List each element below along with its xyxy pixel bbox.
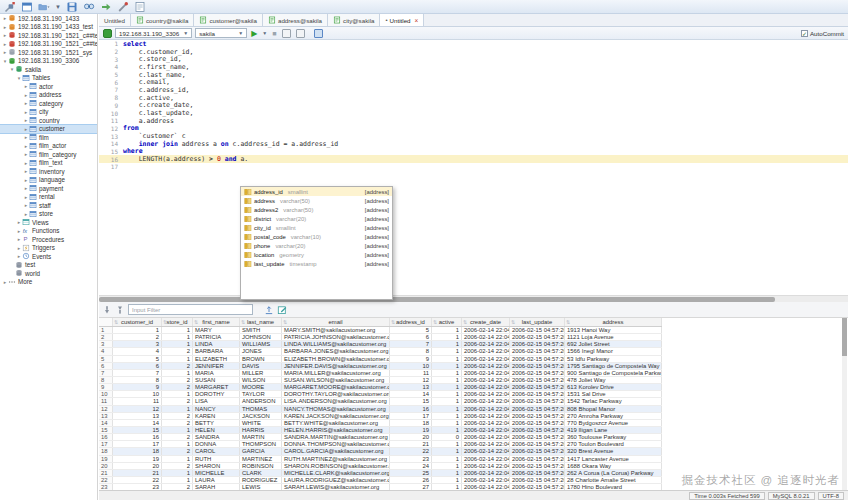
cell-address[interactable]: 262 A Corua (La Corua) Parkway (565, 470, 662, 476)
cell-customer_id[interactable]: 7 (113, 370, 162, 376)
table-row[interactable]: 882SUSANWILSONSUSAN.WILSON@sakilacustome… (99, 377, 662, 384)
cell-last_update[interactable]: 2006-02-15 04:57:20 (510, 427, 565, 433)
table-row[interactable]: 992MARGARETMOOREMARGARET.MOORE@sakilacus… (99, 384, 662, 391)
cell-address[interactable]: 1795 Santiago de Compostela Way (565, 363, 662, 369)
table-row[interactable]: 17171DONNATHOMPSONDONNA.THOMPSON@sakilac… (99, 441, 662, 448)
cell-create_date[interactable]: 2006-02-14 22:04:36 (462, 413, 510, 419)
cell-first_name[interactable]: SARAH (193, 484, 240, 490)
cell-last_name[interactable]: WHITE (240, 420, 282, 426)
cell-first_name[interactable]: HELEN (193, 427, 240, 433)
cell-active[interactable]: 1 (432, 334, 462, 340)
cell-customer_id[interactable]: 23 (113, 484, 162, 490)
cell-active[interactable]: 1 (432, 477, 462, 483)
cell-address[interactable]: 270 Amroha Parkway (565, 413, 662, 419)
cell-customer_id[interactable]: 21 (113, 470, 162, 476)
table-row[interactable]: 22221LAURARODRIGUEZLAURA.RODRIGUEZ@sakil… (99, 477, 662, 484)
cell-active[interactable]: 1 (432, 348, 462, 354)
cell-address_id[interactable]: 9 (390, 356, 432, 362)
cell-store_id[interactable]: 2 (162, 348, 193, 354)
column-header-first_name[interactable]: ⇅first_name (193, 318, 240, 326)
cell-email[interactable]: LAURA.RODRIGUEZ@sakilacustomer.org (282, 477, 390, 483)
autocommit-checkbox[interactable]: ✓ AutoCommit (801, 30, 844, 37)
cell-customer_id[interactable]: 2 (113, 334, 162, 340)
tree-item-actor[interactable]: ▸actor (0, 82, 97, 91)
table-row[interactable]: 23232SARAHLEWISSARAH.LEWIS@sakilacustome… (99, 484, 662, 490)
cell-email[interactable]: LINDA.WILLIAMS@sakilacustomer.org (282, 341, 390, 347)
editor-line-14[interactable]: 14 inner join address a on c.address_id … (99, 140, 848, 148)
cell-store_id[interactable]: 2 (162, 463, 193, 469)
cell-last_name[interactable]: JOHNSON (240, 334, 282, 340)
tree-item-category[interactable]: ▸category (0, 99, 97, 108)
cell-address[interactable]: 360 Toulouse Parkway (565, 434, 662, 440)
cell-last_name[interactable]: DAVIS (240, 363, 282, 369)
cell-address_id[interactable]: 10 (390, 363, 432, 369)
cell-address_id[interactable]: 22 (390, 448, 432, 454)
cell-create_date[interactable]: 2006-02-14 22:04:36 (462, 441, 510, 447)
cell-email[interactable]: ELIZABETH.BROWN@sakilacustomer.org (282, 356, 390, 362)
tab-untitled[interactable]: Untitled (99, 14, 131, 26)
run-query-button[interactable]: ▶ (250, 28, 258, 39)
cell-email[interactable]: JENNIFER.DAVIS@sakilacustomer.org (282, 363, 390, 369)
tree-item-sakila[interactable]: ▾sakila (0, 65, 97, 74)
cell-last_update[interactable]: 2006-02-15 04:57:20 (510, 448, 565, 454)
cell-create_date[interactable]: 2006-02-14 22:04:36 (462, 477, 510, 483)
cell-last_name[interactable]: THOMPSON (240, 441, 282, 447)
cell-last_update[interactable]: 2006-02-15 04:57:20 (510, 441, 565, 447)
cell-address_id[interactable]: 23 (390, 456, 432, 462)
cell-active[interactable]: 1 (432, 420, 462, 426)
cell-customer_id[interactable]: 11 (113, 398, 162, 404)
table-row[interactable]: 442BARBARAJONESBARBARA.JONES@sakilacusto… (99, 348, 662, 355)
tree-item-Tables[interactable]: ▾Tables (0, 74, 97, 83)
cell-last_name[interactable]: MARTIN (240, 434, 282, 440)
tree-item-Triggers[interactable]: ▸Triggers (0, 244, 97, 253)
cell-active[interactable]: 1 (432, 327, 462, 333)
cell-last_name[interactable]: MARTINEZ (240, 456, 282, 462)
cell-address_id[interactable]: 26 (390, 477, 432, 483)
editor-line-2[interactable]: 2 c.customer_id, (99, 48, 848, 56)
cell-address[interactable]: 1531 Sal Drive (565, 391, 662, 397)
cell-store_id[interactable]: 2 (162, 377, 193, 383)
database-select[interactable]: sakila ▼ (195, 28, 247, 38)
cell-last_name[interactable]: GARCIA (240, 448, 282, 454)
cell-store_id[interactable]: 1 (162, 370, 193, 376)
cell-store_id[interactable]: 1 (162, 477, 193, 483)
tree-item-payment[interactable]: ▸payment (0, 184, 97, 193)
cell-first_name[interactable]: BARBARA (193, 348, 240, 354)
cell-active[interactable]: 1 (432, 427, 462, 433)
cell-email[interactable]: SARAH.LEWIS@sakilacustomer.org (282, 484, 390, 490)
open-folder-icon[interactable] (38, 1, 50, 13)
tree-item-192.168.31.190_1521_c##test1[interactable]: ▸192.168.31.190_1521_c##test1 (0, 31, 97, 40)
editor-line-4[interactable]: 4 c.first_name, (99, 63, 848, 71)
editor-line-8[interactable]: 8 c.active, (99, 94, 848, 102)
cell-first_name[interactable]: DOROTHY (193, 391, 240, 397)
tree-item-More[interactable]: ▸More (0, 278, 97, 287)
cell-last_update[interactable]: 2006-02-15 04:57:20 (510, 341, 565, 347)
cell-first_name[interactable]: MARIA (193, 370, 240, 376)
cell-store_id[interactable]: 1 (162, 441, 193, 447)
cell-address_id[interactable]: 18 (390, 420, 432, 426)
cell-address_id[interactable]: 13 (390, 384, 432, 390)
cell-customer_id[interactable]: 13 (113, 413, 162, 419)
autocomplete-item-address[interactable]: addressvarchar(50)[address] (241, 196, 392, 205)
vscrollbar-thumb[interactable] (842, 318, 847, 356)
cell-active[interactable]: 1 (432, 370, 462, 376)
table-row[interactable]: 771MARIAMILLERMARIA.MILLER@sakilacustome… (99, 370, 662, 377)
cell-email[interactable]: DONNA.THOMPSON@sakilacustomer.org (282, 441, 390, 447)
tree-item-address[interactable]: ▸address (0, 91, 97, 100)
cell-email[interactable]: MARY.SMITH@sakilacustomer.org (282, 327, 390, 333)
tools-icon[interactable] (117, 1, 129, 13)
tree-item-customer[interactable]: ▸customer (0, 125, 97, 134)
cell-customer_id[interactable]: 3 (113, 341, 162, 347)
cell-last_update[interactable]: 2006-02-15 04:57:20 (510, 484, 565, 490)
cell-last_update[interactable]: 2006-02-15 04:57:20 (510, 456, 565, 462)
cell-customer_id[interactable]: 14 (113, 420, 162, 426)
cell-create_date[interactable]: 2006-02-14 22:04:36 (462, 377, 510, 383)
autocomplete-item-phone[interactable]: phonevarchar(20)[address] (241, 241, 392, 250)
tab-city-sakila[interactable]: city@sakila (328, 14, 380, 26)
cell-email[interactable]: LISA.ANDERSON@sakilacustomer.org (282, 398, 390, 404)
cell-address[interactable]: 1417 Lancaster Avenue (565, 456, 662, 462)
cell-active[interactable]: 1 (432, 448, 462, 454)
cell-last_update[interactable]: 2006-02-15 04:57:20 (510, 334, 565, 340)
cell-store_id[interactable]: 1 (162, 406, 193, 412)
cell-create_date[interactable]: 2006-02-14 22:04:36 (462, 363, 510, 369)
